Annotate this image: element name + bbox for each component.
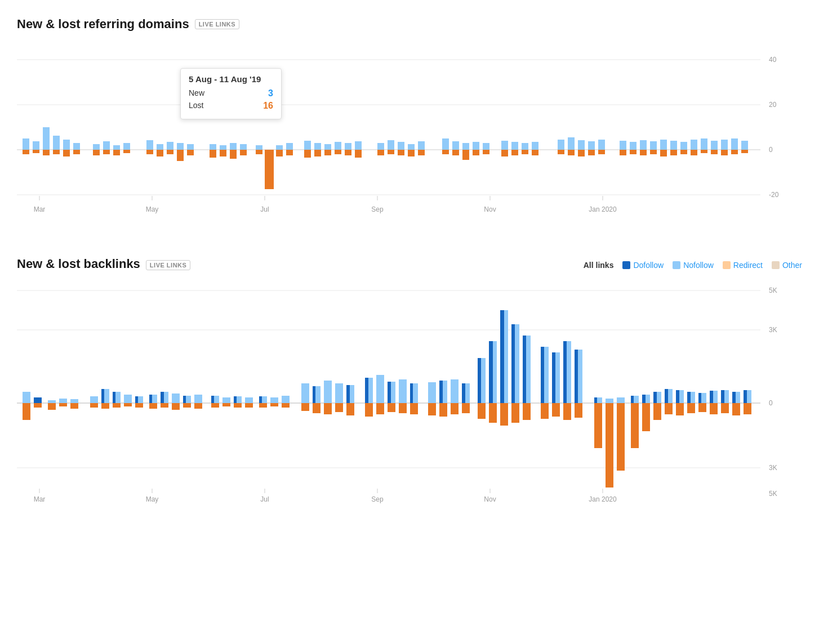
svg-rect-170	[70, 399, 78, 403]
svg-rect-87	[442, 138, 449, 150]
svg-rect-163	[23, 403, 30, 420]
svg-rect-222	[335, 383, 343, 403]
svg-rect-133	[711, 141, 718, 150]
svg-rect-61	[276, 145, 283, 150]
svg-rect-123	[660, 140, 667, 150]
chart2-title-area: New & lost backlinks LIVE LINKS	[17, 257, 190, 274]
svg-rect-30	[73, 143, 80, 150]
svg-rect-139	[741, 141, 748, 150]
svg-rect-93	[473, 142, 479, 150]
svg-rect-55	[230, 150, 237, 159]
svg-rect-221	[324, 403, 332, 414]
svg-rect-171	[70, 403, 78, 409]
svg-rect-53	[220, 150, 226, 156]
svg-rect-233	[388, 382, 391, 403]
svg-rect-36	[113, 145, 120, 150]
svg-text:May: May	[146, 205, 159, 213]
svg-rect-102	[522, 150, 528, 154]
svg-rect-109	[578, 140, 585, 150]
svg-rect-180	[124, 395, 132, 403]
svg-text:5K: 5K	[769, 287, 777, 294]
svg-rect-22	[33, 141, 39, 150]
tooltip-new-label: New	[189, 88, 204, 99]
svg-rect-95	[483, 143, 489, 150]
svg-rect-255	[489, 403, 497, 423]
svg-rect-121	[650, 141, 657, 150]
chart1-tooltip: 5 Aug - 11 Aug '19 New 3 Lost 16	[180, 68, 282, 119]
svg-rect-202	[222, 403, 230, 406]
svg-rect-199	[211, 396, 214, 403]
svg-rect-181	[124, 403, 132, 406]
svg-rect-128	[680, 150, 687, 154]
svg-rect-201	[222, 397, 230, 403]
svg-rect-140	[741, 150, 748, 153]
svg-rect-52	[220, 145, 226, 150]
svg-rect-51	[210, 150, 216, 158]
chart2-header: New & lost backlinks LIVE LINKS All link…	[17, 257, 802, 274]
svg-rect-307	[710, 403, 718, 414]
svg-rect-230	[376, 375, 384, 403]
svg-rect-99	[511, 142, 518, 150]
svg-rect-209	[259, 396, 262, 403]
svg-rect-104	[532, 150, 538, 155]
svg-rect-82	[398, 150, 404, 155]
svg-text:Sep: Sep	[371, 205, 384, 213]
svg-rect-239	[410, 403, 418, 414]
svg-rect-81	[398, 142, 404, 150]
svg-rect-215	[301, 383, 309, 403]
chart2-badge: LIVE LINKS	[146, 260, 191, 270]
svg-rect-48	[187, 144, 194, 150]
svg-rect-285	[631, 396, 634, 403]
svg-rect-270	[552, 403, 560, 417]
svg-rect-173	[90, 403, 98, 408]
svg-text:Jul: Jul	[260, 495, 269, 503]
chart2-title: New & lost backlinks	[17, 257, 140, 271]
svg-rect-88	[442, 150, 449, 154]
svg-rect-200	[211, 403, 219, 408]
legend-nofollow: Nofollow	[673, 261, 714, 270]
svg-rect-59	[256, 150, 262, 154]
svg-rect-56	[240, 144, 247, 150]
svg-rect-315	[744, 390, 747, 403]
svg-rect-46	[177, 143, 184, 150]
svg-rect-273	[563, 403, 571, 420]
svg-rect-179	[113, 403, 121, 408]
svg-rect-165	[34, 403, 42, 408]
svg-rect-297	[676, 390, 679, 403]
svg-rect-119	[640, 140, 647, 150]
legend-redirect-color	[723, 261, 731, 269]
svg-rect-136	[721, 150, 728, 155]
svg-rect-220	[324, 381, 332, 403]
svg-rect-292	[653, 403, 661, 420]
referring-domains-section: New & lost referring domains LIVE LINKS …	[17, 17, 802, 234]
svg-rect-107	[568, 137, 575, 150]
svg-rect-69	[324, 144, 331, 150]
svg-rect-98	[501, 150, 508, 156]
legend-redirect: Redirect	[723, 261, 763, 270]
svg-rect-291	[653, 392, 657, 403]
svg-rect-286	[631, 403, 639, 448]
chart1-title: New & lost referring domains	[17, 17, 189, 32]
legend-nofollow-color	[673, 261, 680, 269]
svg-rect-138	[731, 150, 738, 154]
svg-rect-117	[630, 142, 636, 150]
svg-rect-43	[157, 150, 163, 156]
svg-rect-207	[245, 403, 253, 408]
svg-rect-280	[606, 399, 613, 403]
legend-all-label: All links	[584, 261, 614, 270]
svg-rect-106	[558, 150, 564, 154]
svg-rect-75	[355, 141, 362, 150]
svg-rect-312	[732, 392, 736, 403]
svg-text:May: May	[146, 495, 159, 503]
svg-rect-194	[183, 396, 186, 403]
svg-rect-263	[523, 336, 526, 403]
legend-dofollow: Dofollow	[622, 261, 664, 270]
svg-rect-219	[313, 403, 321, 413]
svg-rect-60	[265, 150, 274, 189]
svg-rect-303	[698, 393, 701, 403]
svg-rect-313	[732, 403, 740, 415]
svg-rect-241	[428, 403, 436, 415]
svg-rect-218	[313, 386, 315, 403]
svg-rect-44	[167, 142, 173, 150]
svg-rect-96	[483, 150, 489, 154]
